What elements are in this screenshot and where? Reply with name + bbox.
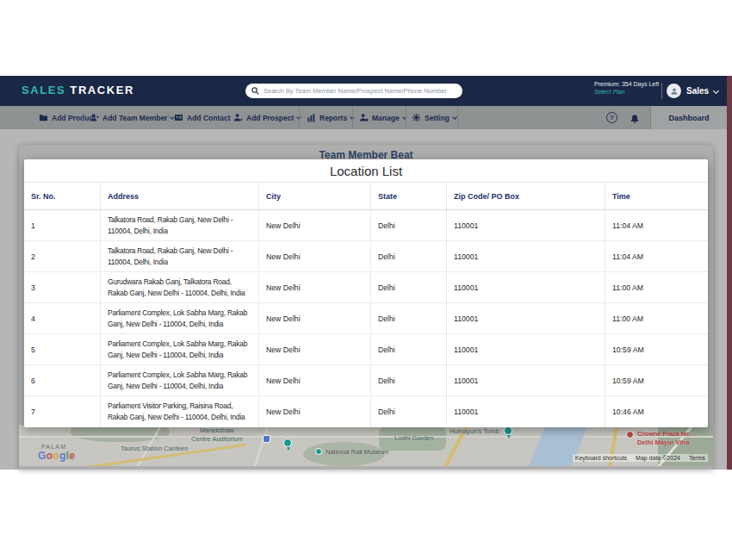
map-pin-humayun-icon[interactable] — [504, 426, 512, 435]
cell-zip: 110001 — [446, 396, 605, 427]
cell-city: New Delhi — [258, 365, 370, 395]
table-header-row: Sr. No.AddressCityStateZip Code/ PO BoxT… — [24, 183, 708, 210]
table-row: 1 Talkatora Road, Rakab Ganj, New Delhi … — [24, 210, 708, 241]
nav-divider — [406, 106, 406, 129]
cell-zip: 110001 — [446, 303, 605, 333]
table-row: 5 Parliament Complex, Lok Sabha Marg, Ra… — [24, 334, 708, 365]
table-row: 7 Parliament Visitor Parking, Raisina Ro… — [24, 396, 708, 427]
cell-time: 11:04 AM — [605, 241, 708, 271]
location-list-modal: Location List Sr. No.AddressCityStateZip… — [24, 159, 708, 427]
notifications-button[interactable] — [630, 112, 640, 128]
search-icon — [251, 87, 259, 95]
map-data-label: Map data ©2024 — [636, 455, 680, 461]
product-folder-icon — [39, 113, 48, 122]
cell-state: Delhi — [370, 241, 446, 271]
plan-status: Premium: 354 Days Left Select Plan — [594, 81, 659, 96]
modal-title: Location List — [24, 159, 708, 183]
dashboard-tab[interactable]: Dashboard — [651, 106, 727, 129]
cell-time: 11:00 AM — [605, 303, 708, 333]
cell-city: New Delhi — [258, 303, 370, 333]
help-button[interactable]: ? — [606, 112, 617, 123]
column-header: City — [258, 183, 370, 209]
google-logo[interactable]: Google — [38, 450, 75, 462]
global-search[interactable] — [245, 84, 462, 98]
cell-state: Delhi — [370, 365, 446, 395]
reports-menu[interactable]: Reports — [307, 106, 354, 129]
column-header: Address — [100, 183, 258, 209]
avatar[interactable] — [667, 84, 681, 98]
cell-city: New Delhi — [258, 272, 370, 302]
cell-sr-no: 7 — [24, 396, 100, 427]
cell-state: Delhi — [370, 210, 446, 240]
cell-city: New Delhi — [258, 241, 370, 271]
cell-city: New Delhi — [258, 334, 370, 364]
table-row: 2 Talkatora Road, Rakab Ganj, New Delhi … — [24, 241, 708, 272]
bell-icon — [630, 114, 640, 124]
cell-state: Delhi — [370, 334, 446, 364]
cell-sr-no: 5 — [24, 334, 100, 364]
cell-city: New Delhi — [258, 396, 370, 427]
map-canvas[interactable]: PALAM Taurus Station Canteen Manekshaw C… — [19, 425, 713, 466]
nav-divider — [457, 106, 458, 129]
select-plan-link[interactable]: Select Plan — [594, 89, 659, 96]
location-table-body: 1 Talkatora Road, Rakab Ganj, New Delhi … — [24, 210, 708, 427]
cell-zip: 110001 — [446, 334, 605, 364]
cell-sr-no: 3 — [24, 272, 100, 302]
map-road — [251, 425, 271, 466]
add-product-button[interactable]: Add Product — [39, 106, 96, 129]
cell-address: Gurudwara Rakab Ganj, Talkatora Road, Ra… — [100, 272, 258, 302]
cell-address: Parliament Complex, Lok Sabha Marg, Raka… — [100, 365, 258, 395]
search-input[interactable] — [264, 87, 456, 95]
map-pin-rail-museum-icon[interactable] — [315, 448, 322, 455]
question-icon: ? — [610, 114, 614, 121]
map-label-taurus-station-canteen: Taurus Station Canteen — [121, 445, 188, 452]
gear-icon — [412, 113, 421, 122]
person-plus-icon — [90, 113, 99, 122]
table-row: 6 Parliament Complex, Lok Sabha Marg, Ra… — [24, 365, 708, 396]
terms-link[interactable]: Terms — [689, 455, 705, 461]
add-prospect-button[interactable]: Add Prospect — [233, 106, 301, 129]
keyboard-shortcuts-link[interactable]: Keyboard shortcuts — [575, 455, 627, 461]
sales-tracker-logo: SALESTRACKER — [22, 84, 134, 96]
premium-days-left: Premium: 354 Days Left — [594, 81, 659, 89]
map-label-palam: PALAM — [41, 444, 66, 450]
user-menu[interactable]: Sales — [686, 86, 709, 96]
person-gear-icon — [359, 113, 369, 122]
cell-zip: 110001 — [446, 365, 605, 395]
manage-menu[interactable]: Manage — [359, 106, 406, 129]
cell-sr-no: 1 — [24, 210, 100, 240]
add-team-member-button[interactable]: Add Team Member — [90, 106, 174, 129]
setting-menu[interactable]: Setting — [412, 106, 456, 129]
map-pin-poi-icon[interactable] — [283, 439, 292, 447]
cell-address: Parliament Complex, Lok Sabha Marg, Raka… — [100, 334, 258, 364]
cell-address: Parliament Complex, Lok Sabha Marg, Raka… — [100, 303, 258, 333]
map-attribution: Keyboard shortcuts Map data ©2024 Terms — [573, 454, 708, 462]
header-divider — [661, 83, 662, 99]
nav-divider — [299, 106, 300, 129]
map-label-manekshaw-centre: Manekshaw Centre Auditorium — [191, 426, 243, 444]
map-road — [19, 436, 713, 438]
cell-sr-no: 6 — [24, 365, 100, 395]
nav-separator — [83, 113, 84, 122]
cell-sr-no: 2 — [24, 241, 100, 271]
cell-address: Talkatora Road, Rakab Ganj, New Delhi - … — [100, 241, 258, 271]
cell-address: Parliament Visitor Parking, Raisina Road… — [100, 396, 258, 427]
contact-card-icon — [174, 113, 183, 122]
cell-state: Delhi — [370, 303, 446, 333]
table-row: 3 Gurudwara Rakab Ganj, Talkatora Road, … — [24, 272, 708, 303]
column-header: Time — [605, 183, 708, 209]
add-contact-button[interactable]: Add Contact — [174, 106, 231, 129]
cell-sr-no: 4 — [24, 303, 100, 333]
cell-time: 10:59 AM — [605, 365, 708, 395]
cell-time: 10:46 AM — [605, 396, 708, 427]
cell-zip: 110001 — [446, 241, 605, 271]
cell-time: 10:59 AM — [605, 334, 708, 364]
bar-chart-icon — [307, 113, 316, 122]
map-label-crowne-plaza: Crowne Plaza Ne Delhi Mayur Viha — [637, 430, 689, 447]
map-pin-hotel-icon[interactable] — [626, 431, 634, 439]
person-check-icon — [233, 113, 243, 122]
map-pin-metro-icon[interactable] — [263, 435, 270, 443]
screen: Team Member Beat PALAM Taurus Station Ca… — [0, 0, 732, 560]
nav-divider — [352, 106, 353, 129]
main-navbar: Add Product Add Team Member Add Contact … — [0, 106, 732, 129]
